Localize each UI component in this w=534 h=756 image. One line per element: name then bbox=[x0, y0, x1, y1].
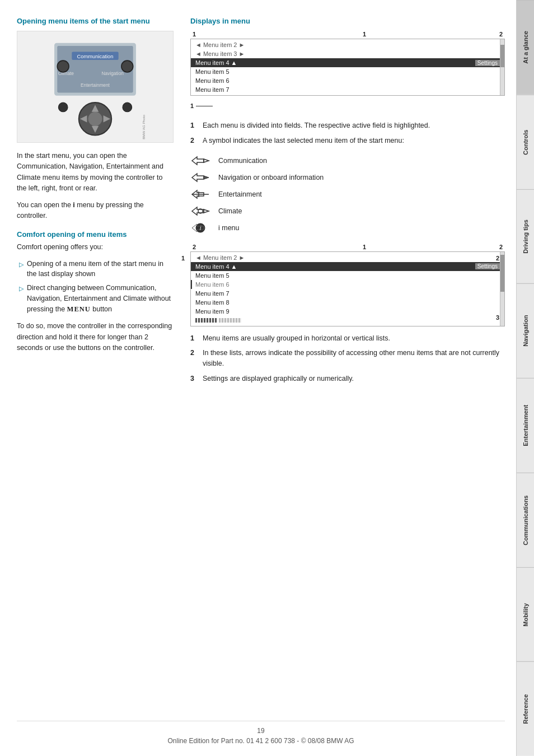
numbered-item-2: 2 A symbol indicates the last selected m… bbox=[190, 136, 505, 146]
displays-heading: Displays in menu bbox=[190, 17, 505, 25]
menu-row-item3: ◄ Menu item 3 ► bbox=[191, 49, 504, 58]
svg-marker-27 bbox=[204, 209, 209, 213]
scrollbar-thumb bbox=[500, 45, 504, 67]
menu-row-item7: Menu item 7 bbox=[191, 85, 504, 94]
bullet-item-2: ▷ Direct changing between Communication,… bbox=[19, 283, 174, 314]
climate-label: Climate bbox=[218, 207, 242, 215]
body-text-1: In the start menu, you can open the Comm… bbox=[17, 151, 174, 194]
bullet-arrow-2: ▷ bbox=[19, 284, 24, 293]
entertainment-icon bbox=[190, 188, 210, 201]
scrollbar-graphic bbox=[195, 318, 500, 323]
menu-row-item2: ◄ Menu item 2 ► bbox=[191, 40, 504, 49]
display2-row-item9: Menu item 9 bbox=[191, 307, 504, 316]
display2-side-label-1: 1 bbox=[181, 255, 185, 262]
display2-row-item5: Menu item 5 bbox=[191, 271, 504, 280]
tab-driving-tips[interactable]: Driving tips bbox=[517, 189, 534, 284]
display2-row-item2: ◄ Menu item 2 ► bbox=[191, 253, 504, 262]
display2-row-item6: Menu item 6 bbox=[191, 280, 504, 289]
symbol-list: Communication Navigation or onboard info… bbox=[190, 154, 505, 235]
display2-side-label-2: 2 bbox=[496, 255, 499, 262]
menu-row-item6: Menu item 6 bbox=[191, 76, 504, 85]
menu-display-2: ◄ Menu item 2 ► Menu item 4 ▲ Settings M… bbox=[190, 251, 505, 326]
navigation-label: Navigation or onboard information bbox=[218, 174, 324, 181]
controller-image: Communication Climate Navigation Enterta… bbox=[17, 31, 174, 143]
tab-controls[interactable]: Controls bbox=[517, 95, 534, 189]
tab-communications[interactable]: Communications bbox=[517, 473, 534, 567]
symbol-climate: Climate bbox=[190, 204, 505, 218]
tab-navigation[interactable]: Navigation bbox=[517, 283, 534, 378]
imenu-label: i menu bbox=[218, 224, 240, 232]
svg-text:Navigation: Navigation bbox=[102, 71, 124, 76]
svg-point-14 bbox=[121, 60, 133, 72]
tab-mobility[interactable]: Mobility bbox=[517, 567, 534, 662]
left-section-heading: Opening menu items of the start menu bbox=[17, 17, 174, 25]
display2-row-item7: Menu item 7 bbox=[191, 289, 504, 298]
numbered-list-1: 1 Each menu is divided into fields. The … bbox=[190, 120, 505, 146]
svg-marker-20 bbox=[192, 174, 204, 181]
numbered2-item-3: 3 Settings are displayed graphically or … bbox=[190, 374, 505, 384]
bullet-item-1: ▷ Opening of a menu item of the start me… bbox=[19, 259, 174, 280]
page-footer: 19 Online Edition for Part no. 01 41 2 6… bbox=[17, 721, 505, 745]
display2-label-top-3: 2 bbox=[499, 244, 503, 250]
symbol-imenu: i i menu bbox=[190, 221, 505, 235]
svg-marker-18 bbox=[192, 157, 204, 165]
symbol-navigation: Navigation or onboard information bbox=[190, 171, 505, 184]
display1-label-top-2: 1 bbox=[363, 31, 366, 38]
display1-bottom-label: 1 bbox=[190, 102, 505, 109]
numbered2-item-1: 1 Menu items are usually grouped in hori… bbox=[190, 333, 505, 344]
imenu-icon: i bbox=[190, 221, 210, 235]
comfort-intro: Comfort opening offers you: bbox=[17, 242, 174, 253]
scrollbar-right bbox=[219, 318, 241, 323]
scrollbar-left bbox=[195, 318, 218, 323]
footer-text: Online Edition for Part no. 01 41 2 600 … bbox=[17, 737, 505, 745]
svg-point-13 bbox=[57, 60, 69, 72]
bullet-arrow-1: ▷ bbox=[19, 260, 24, 269]
symbol-communication: Communication bbox=[190, 154, 505, 167]
display2-row-item8: Menu item 8 bbox=[191, 298, 504, 307]
communication-label: Communication bbox=[218, 157, 267, 165]
svg-marker-19 bbox=[204, 159, 209, 162]
menu-row-item4: Menu item 4 ▲ Settings bbox=[191, 58, 504, 67]
page-number: 19 bbox=[17, 727, 505, 735]
climate-icon bbox=[190, 204, 210, 218]
menu-row-item5: Menu item 5 bbox=[191, 67, 504, 76]
numbered-list-2: 1 Menu items are usually grouped in hori… bbox=[190, 333, 505, 384]
navigation-icon bbox=[190, 171, 210, 184]
display2-row-item4: Menu item 4 ▲ Settings bbox=[191, 262, 504, 271]
communication-icon bbox=[190, 154, 210, 167]
entertainment-label: Entertainment bbox=[218, 190, 262, 198]
sidebar: At a glance Controls Driving tips Naviga… bbox=[516, 0, 534, 756]
body-text-2: You can open the i menu by pressing the … bbox=[17, 200, 174, 222]
comfort-bullet-list: ▷ Opening of a menu item of the start me… bbox=[17, 259, 174, 315]
numbered-item-1: 1 Each menu is divided into fields. The … bbox=[190, 120, 505, 131]
svg-point-15 bbox=[58, 102, 68, 112]
display1-label-top-3: 2 bbox=[499, 31, 503, 38]
svg-text:Communication: Communication bbox=[77, 54, 113, 59]
svg-text:Entertainment: Entertainment bbox=[81, 82, 110, 88]
display2-body: ◄ Menu item 2 ► Menu item 4 ▲ Settings M… bbox=[191, 252, 504, 326]
display1-body: ◄ Menu item 2 ► ◄ Menu item 3 ► Menu ite… bbox=[191, 39, 504, 95]
display1-scrollbar bbox=[500, 39, 504, 95]
svg-marker-21 bbox=[204, 176, 209, 179]
symbol-entertainment: Entertainment bbox=[190, 188, 505, 201]
label-line bbox=[196, 106, 213, 106]
display1-label-1: 1 bbox=[190, 102, 194, 109]
display2-label-top-2: 1 bbox=[363, 244, 366, 250]
display2-scrollbar bbox=[500, 252, 504, 326]
numbered2-item-2: 2 In these lists, arrows indicate the po… bbox=[190, 348, 505, 369]
tab-entertainment[interactable]: Entertainment bbox=[517, 378, 534, 473]
tab-reference[interactable]: Reference bbox=[517, 661, 534, 756]
svg-point-8 bbox=[88, 112, 102, 126]
menu-display-1: ◄ Menu item 2 ► ◄ Menu item 3 ► Menu ite… bbox=[190, 39, 505, 96]
display2-label-top-1: 2 bbox=[193, 244, 196, 250]
body-text-3: To do so, move the controller in the cor… bbox=[17, 321, 174, 353]
svg-text:BMW AG Photo: BMW AG Photo bbox=[142, 115, 146, 139]
display2-side-label-3: 3 bbox=[496, 314, 499, 321]
display1-label-top-1: 1 bbox=[193, 31, 196, 38]
comfort-heading: Comfort opening of menu items bbox=[17, 230, 174, 239]
display2-scrollbar-thumb bbox=[500, 255, 504, 292]
svg-point-16 bbox=[123, 102, 132, 112]
tab-at-a-glance[interactable]: At a glance bbox=[517, 0, 534, 95]
menu-bold: MENU bbox=[67, 305, 91, 313]
